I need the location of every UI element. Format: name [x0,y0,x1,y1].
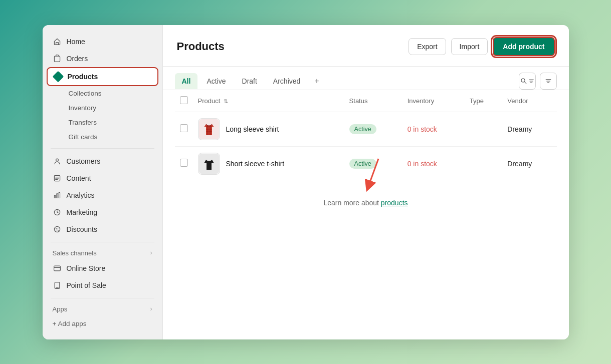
sidebar-item-content[interactable]: Content [47,170,158,187]
sidebar-item-discounts-label: Discounts [67,225,97,233]
table-row: Short sleeve t-shirt Active 0 in stock D… [175,146,557,181]
row2-status-badge: Active [349,159,376,169]
sidebar-item-pos-label: Point of Sale [67,281,106,289]
row1-inventory: 0 in stock [408,125,437,133]
tab-archived[interactable]: Archived [266,73,307,89]
tab-active[interactable]: Active [199,73,233,89]
sidebar-item-customers[interactable]: Customers [47,153,158,170]
svg-rect-1 [54,56,60,62]
divider-3 [51,298,154,298]
svg-point-11 [521,79,525,82]
row1-type-cell [465,112,503,146]
customers-icon [53,157,62,166]
select-all-checkbox[interactable] [180,96,188,104]
row2-vendor-cell: Dreamy [502,146,556,181]
apps-label: Apps [53,305,68,313]
sidebar-item-products[interactable]: Products [47,67,158,86]
marketing-icon [53,208,62,217]
inventory-label: Inventory [69,104,97,112]
sidebar-item-collections[interactable]: Collections [63,86,162,101]
sidebar-item-content-label: Content [67,174,91,182]
sidebar-item-gift-cards[interactable]: Gift cards [63,130,162,144]
row1-status-cell: Active [344,112,402,146]
sidebar-item-home-label: Home [67,38,85,46]
discounts-icon [53,225,62,234]
gift-cards-label: Gift cards [69,133,98,141]
online-store-icon [53,264,62,273]
table-row: Long sleeve shirt Active 0 in stock Drea… [175,112,557,146]
divider-2 [51,242,154,242]
col-header-inventory: Inventory [402,90,465,112]
sidebar-item-analytics[interactable]: Analytics [47,187,158,204]
sales-channels-section[interactable]: Sales channels › [47,246,158,260]
sidebar-item-orders[interactable]: Orders [47,50,158,67]
row1-inventory-cell: 0 in stock [402,112,465,146]
row1-checkbox-cell [175,112,193,146]
sidebar-item-online-store[interactable]: Online Store [47,260,158,277]
product-cell-content-2: Short sleeve t-shirt [198,153,339,175]
apps-section[interactable]: Apps › [47,302,158,316]
sidebar: Home Orders Products Collections [43,25,163,339]
row2-product-cell[interactable]: Short sleeve t-shirt [193,146,344,181]
tab-add-button[interactable]: + [309,74,324,89]
export-button[interactable]: Export [409,38,446,55]
row1-product-cell[interactable]: Long sleeve shirt [193,112,344,146]
sidebar-item-transfers[interactable]: Transfers [63,115,162,130]
orders-icon [53,54,62,63]
sidebar-item-pos[interactable]: Point of Sale [47,277,158,294]
row1-product-name: Long sleeve shirt [226,125,279,133]
learn-more-link[interactable]: products [381,199,408,207]
transfers-label: Transfers [69,119,97,126]
home-icon [53,37,62,46]
sidebar-item-online-store-label: Online Store [67,264,106,272]
search-filter-button[interactable] [519,73,536,90]
learn-more-text: Learn more about [323,199,380,207]
header-actions: Export Import Add product [409,37,554,56]
tab-draft[interactable]: Draft [235,73,264,89]
product-sort-icon: ⇅ [224,98,228,104]
row2-type-cell [465,146,503,181]
main-header: Products Export Import Add product [163,25,569,67]
sales-channels-label: Sales channels [53,249,97,257]
col-product-label: Product [198,97,221,105]
sidebar-item-marketing[interactable]: Marketing [47,204,158,221]
collections-label: Collections [69,90,102,97]
col-header-product: Product ⇅ [193,90,344,112]
product-thumbnail-2 [198,153,220,175]
analytics-icon [53,191,62,200]
product-table-wrapper: Product ⇅ Status Inventory Type Vendor [163,90,569,189]
tabs-bar: All Active Draft Archived + [163,67,569,90]
row2-checkbox[interactable] [180,159,188,167]
row1-vendor-cell: Dreamy [502,112,556,146]
svg-point-2 [56,159,58,161]
product-cell-content: Long sleeve shirt [198,118,339,140]
sidebar-item-inventory[interactable]: Inventory [63,101,162,115]
row2-product-name: Short sleeve t-shirt [226,160,285,168]
learn-more-section: Learn more about products [163,189,569,217]
row2-inventory: 0 in stock [408,160,437,168]
sort-button[interactable] [540,73,557,90]
product-table: Product ⇅ Status Inventory Type Vendor [175,90,557,181]
svg-rect-0 [56,42,58,45]
apps-chevron: › [150,305,152,312]
row2-checkbox-cell [175,146,193,181]
col-header-status: Status [344,90,402,112]
sidebar-item-marketing-label: Marketing [67,208,97,216]
row1-checkbox[interactable] [180,124,188,132]
sidebar-item-home[interactable]: Home [47,33,158,50]
sidebar-item-add-apps[interactable]: + Add apps [47,316,158,331]
products-icon [54,72,63,81]
tab-all[interactable]: All [175,73,198,89]
import-button[interactable]: Import [451,38,488,55]
add-product-button[interactable]: Add product [493,37,554,56]
add-apps-label: + Add apps [53,320,87,327]
svg-rect-9 [54,266,60,271]
sidebar-item-customers-label: Customers [67,157,101,165]
content-icon [53,174,62,183]
col-header-vendor: Vendor [502,90,556,112]
sales-channels-chevron: › [150,249,152,256]
svg-rect-6 [59,192,60,198]
product-thumbnail-1 [198,118,220,140]
sidebar-item-discounts[interactable]: Discounts [47,221,158,238]
tab-actions [519,73,557,90]
